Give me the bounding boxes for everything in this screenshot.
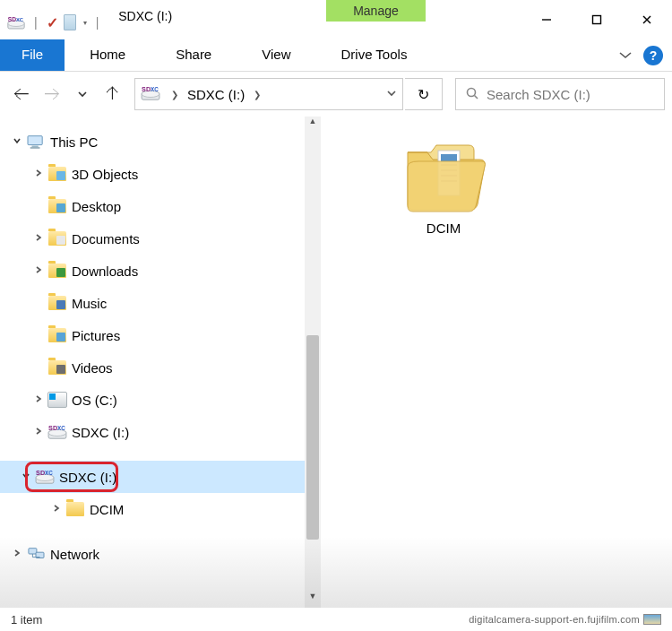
os-drive-icon bbox=[47, 390, 68, 410]
videos-icon bbox=[47, 358, 68, 377]
expand-icon[interactable] bbox=[9, 549, 25, 559]
scroll-down-icon[interactable]: ▼ bbox=[305, 592, 321, 608]
collapse-icon[interactable] bbox=[9, 136, 25, 147]
explorer-body: This PC 3D Objects › Desktop Documents D bbox=[0, 117, 672, 608]
tree-item-sdxc-sub[interactable]: SDXC SDXC (I:) bbox=[0, 416, 321, 448]
qat-separator: | bbox=[34, 15, 38, 30]
tree-label: DCIM bbox=[90, 502, 124, 517]
tree-item-documents[interactable]: Documents bbox=[0, 222, 321, 255]
tree-network[interactable]: Network bbox=[0, 538, 321, 570]
scroll-thumb[interactable] bbox=[306, 335, 319, 540]
collapse-icon[interactable] bbox=[18, 471, 34, 482]
svg-text:XC: XC bbox=[151, 86, 159, 92]
navigation-pane: This PC 3D Objects › Desktop Documents D bbox=[0, 117, 321, 608]
home-tab[interactable]: Home bbox=[65, 39, 151, 71]
recent-locations-dropdown[interactable] bbox=[68, 79, 97, 109]
tree-item-os-c[interactable]: OS (C:) bbox=[0, 384, 321, 416]
svg-line-13 bbox=[475, 95, 478, 99]
file-explorer-window: SD XC | ✓ ▾ | SDXC (I:) Manage bbox=[0, 0, 672, 631]
expand-icon[interactable] bbox=[30, 427, 47, 437]
documents-icon bbox=[47, 229, 68, 248]
properties-icon[interactable]: ✓ bbox=[47, 14, 58, 31]
back-button[interactable]: 🡠 bbox=[7, 79, 36, 109]
close-button[interactable] bbox=[622, 6, 672, 33]
tree-item-downloads[interactable]: Downloads bbox=[0, 255, 321, 287]
forward-button[interactable]: 🡢 bbox=[38, 79, 66, 109]
network-icon bbox=[25, 544, 47, 564]
expand-icon[interactable] bbox=[48, 504, 65, 514]
tree-item-music[interactable]: › Music bbox=[0, 287, 321, 319]
expand-icon[interactable] bbox=[30, 265, 47, 276]
window-controls bbox=[521, 0, 672, 39]
watermark-thumb-icon bbox=[643, 614, 661, 625]
tree-this-pc[interactable]: This PC bbox=[0, 125, 321, 158]
tree-label: This PC bbox=[50, 134, 98, 150]
tree-label: Videos bbox=[72, 360, 113, 376]
window-title: SDXC (I:) bbox=[109, 0, 174, 39]
tree-item-desktop[interactable]: › Desktop bbox=[0, 190, 321, 222]
tree-item-videos[interactable]: › Videos bbox=[0, 351, 321, 384]
tree-label: Desktop bbox=[72, 199, 121, 214]
svg-text:SD: SD bbox=[48, 424, 57, 432]
svg-text:XC: XC bbox=[57, 425, 65, 431]
minimize-button[interactable] bbox=[521, 6, 572, 33]
quick-access-toolbar: SD XC | ✓ ▾ | bbox=[0, 0, 109, 39]
music-icon bbox=[47, 293, 68, 313]
tree-label: SDXC (I:) bbox=[59, 470, 116, 485]
3d-objects-icon bbox=[47, 164, 68, 184]
search-placeholder: Search SDXC (I:) bbox=[487, 87, 590, 102]
qat-separator-2: | bbox=[96, 15, 99, 30]
folder-icon bbox=[65, 499, 86, 519]
scroll-up-icon[interactable]: ▲ bbox=[305, 117, 321, 133]
expand-icon[interactable] bbox=[30, 169, 47, 179]
tree-label: SDXC (I:) bbox=[72, 425, 129, 440]
new-folder-icon[interactable] bbox=[64, 14, 76, 30]
tree-label: Downloads bbox=[72, 264, 138, 279]
view-tab[interactable]: View bbox=[237, 39, 315, 71]
tree-item-sdxc-current[interactable]: SDXC SDXC (I:) bbox=[0, 461, 321, 493]
refresh-button[interactable]: ↻ bbox=[405, 78, 443, 110]
svg-text:SD: SD bbox=[142, 85, 151, 93]
watermark: digitalcamera-support-en.fujifilm.com bbox=[469, 614, 661, 625]
drive-sdxc-icon: SD XC bbox=[7, 13, 25, 31]
status-item-count: 1 item bbox=[11, 613, 42, 627]
maximize-button[interactable] bbox=[572, 6, 622, 33]
chevron-right-icon[interactable]: ❯ bbox=[166, 90, 184, 99]
address-bar[interactable]: SD XC ❯ SDXC (I:) ❯ bbox=[134, 78, 403, 110]
tree-item-dcim[interactable]: DCIM bbox=[0, 493, 321, 525]
qat-dropdown-icon[interactable]: ▾ bbox=[83, 19, 87, 27]
tree-item-3d-objects[interactable]: 3D Objects bbox=[0, 158, 321, 190]
drive-tools-tab[interactable]: Drive Tools bbox=[315, 39, 432, 71]
sdxc-drive-icon: SDXC bbox=[47, 422, 68, 442]
title-bar: SD XC | ✓ ▾ | SDXC (I:) Manage bbox=[0, 0, 672, 39]
this-pc-icon bbox=[25, 132, 47, 151]
tree-item-pictures[interactable]: › Pictures bbox=[0, 319, 321, 351]
nav-scrollbar[interactable]: ▲ ▼ bbox=[305, 117, 321, 608]
folder-item-dcim[interactable]: DCIM bbox=[385, 134, 502, 236]
help-icon[interactable]: ? bbox=[643, 46, 663, 65]
address-drive-icon: SD XC bbox=[135, 85, 166, 104]
pictures-icon bbox=[47, 325, 68, 345]
expand-icon[interactable] bbox=[30, 394, 47, 405]
tree-label: OS (C:) bbox=[72, 393, 117, 408]
downloads-icon bbox=[47, 261, 68, 281]
folder-open-icon bbox=[399, 134, 488, 215]
svg-text:SD: SD bbox=[8, 15, 16, 22]
collapse-ribbon-icon[interactable] bbox=[618, 49, 633, 62]
file-tab[interactable]: File bbox=[0, 39, 65, 71]
address-history-dropdown[interactable] bbox=[379, 88, 402, 100]
content-pane[interactable]: DCIM bbox=[321, 117, 672, 608]
ribbon-tabs: File Home Share View Drive Tools ? bbox=[0, 39, 672, 72]
share-tab[interactable]: Share bbox=[151, 39, 237, 71]
breadcrumb-drive[interactable]: SDXC (I:) bbox=[184, 87, 248, 102]
svg-rect-16 bbox=[30, 147, 40, 148]
svg-rect-30 bbox=[441, 154, 457, 161]
folder-name: DCIM bbox=[385, 220, 502, 236]
up-button[interactable]: 🡡 bbox=[99, 79, 127, 109]
tree-label: 3D Objects bbox=[72, 167, 138, 182]
search-input[interactable]: Search SDXC (I:) bbox=[455, 78, 665, 110]
svg-point-12 bbox=[468, 88, 476, 96]
manage-tab-header[interactable]: Manage bbox=[326, 0, 426, 22]
chevron-right-icon[interactable]: ❯ bbox=[248, 90, 266, 99]
expand-icon[interactable] bbox=[30, 233, 47, 244]
